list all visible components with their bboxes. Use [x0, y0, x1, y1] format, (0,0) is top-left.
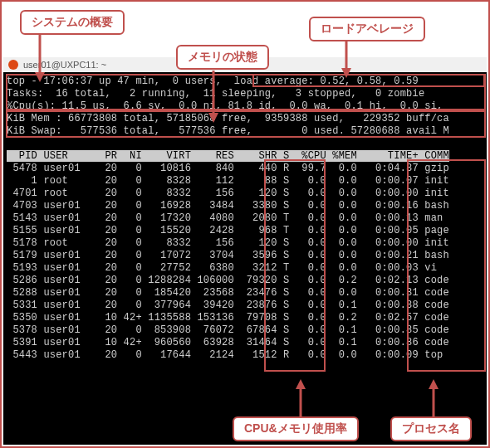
summary-line3: %Cpu(s): 11.5 us, 6.6 sy, 0.0 ni, 81.8 i… — [7, 100, 443, 112]
table-row: 5443 user01 20 0 17644 2124 1512 R 0.0 0… — [7, 349, 449, 361]
summary-line5: KiB Swap: 577536 total, 577536 free, 0 u… — [7, 125, 449, 137]
table-row: 4701 root 20 0 8332 156 120 S 0.0 0.0 0:… — [7, 187, 449, 199]
callout-system-overview: システムの概要 — [20, 10, 125, 35]
table-row: 5478 user01 20 0 10816 840 440 R 99.7 0.… — [7, 163, 449, 174]
table-row: 5350 user01 10 42+ 1135588 153136 79708 … — [7, 312, 449, 324]
table-row: 5179 user01 20 0 17072 3704 3596 S 0.0 0… — [7, 250, 449, 261]
table-row: 4703 user01 20 0 16928 3484 3380 S 0.0 0… — [7, 200, 449, 212]
table-row: 5143 user01 20 0 17320 4080 2080 T 0.0 0… — [7, 212, 443, 224]
callout-process-name: プロセス名 — [390, 416, 472, 441]
callout-load-average: ロードアベレージ — [309, 17, 425, 41]
table-row: 5178 root 20 0 8332 156 120 S 0.0 0.0 0:… — [7, 237, 449, 249]
table-row: 5155 user01 20 0 15520 2428 968 T 0.0 0.… — [7, 225, 449, 236]
table-row: 1 root 20 0 8328 112 88 S 0.0 0.0 0:00.0… — [7, 175, 449, 187]
table-row: 5331 user01 20 0 377964 39420 23876 S 0.… — [7, 299, 449, 311]
summary-line2: Tasks: 16 total, 2 running, 11 sleeping,… — [7, 88, 424, 100]
ubuntu-icon — [8, 60, 18, 70]
table-row: 5193 user01 20 0 27752 6380 3212 T 0.0 0… — [7, 262, 449, 274]
callout-memory-state: メモリの状態 — [176, 45, 269, 70]
summary-line1: top - 17:06:37 up 47 min, 0 users, load … — [7, 75, 419, 87]
callout-cpu-mem-usage: CPU&メモリ使用率 — [233, 416, 359, 441]
table-row: 5286 user01 20 0 1288284 106000 79320 S … — [7, 275, 449, 286]
table-row: 5391 user01 10 42+ 960560 63928 31464 S … — [7, 337, 449, 348]
summary-line4: KiB Mem : 66773808 total, 57185068 free,… — [7, 113, 449, 124]
table-row: 5288 user01 20 0 185420 23568 23476 S 0.… — [7, 287, 449, 299]
table-row: 5378 user01 20 0 853908 76072 67864 S 0.… — [7, 324, 449, 336]
terminal[interactable]: top - 17:06:37 up 47 min, 0 users, load … — [3, 72, 487, 445]
window-title: user01@UXPC11: ~ — [23, 60, 106, 70]
process-table-header: PID USER PR NI VIRT RES SHR S %CPU %MEM … — [7, 150, 449, 162]
